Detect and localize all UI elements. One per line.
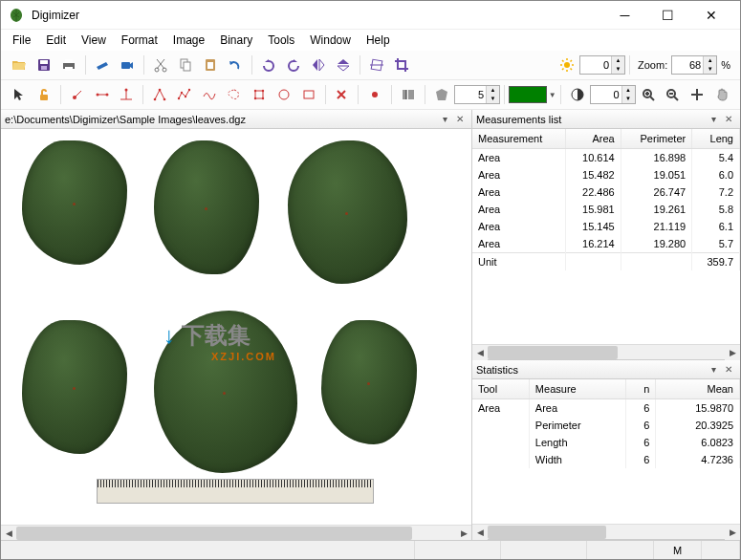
measurements-table: Measurement Area Perimeter Leng Area10.6… [472, 129, 740, 270]
menu-view[interactable]: View [74, 32, 114, 49]
statistics-menu-icon[interactable]: ▾ [706, 362, 721, 377]
menu-help[interactable]: Help [359, 32, 398, 49]
barcode-tool[interactable] [397, 83, 420, 106]
paste-button[interactable] [199, 54, 222, 76]
menu-binary[interactable]: Binary [212, 32, 260, 49]
scroll-right-icon[interactable]: ▶ [456, 526, 471, 541]
open-button[interactable] [8, 54, 31, 76]
menu-tools[interactable]: Tools [260, 32, 302, 49]
cut-button[interactable] [149, 54, 172, 76]
table-row[interactable]: Width64.7236 [472, 451, 740, 468]
rotate-ccw-button[interactable] [257, 54, 280, 76]
col-n[interactable]: n [625, 379, 656, 399]
image-panel-close-icon[interactable]: ✕ [452, 112, 468, 127]
circle-tool[interactable] [272, 83, 295, 106]
close-button[interactable]: ✕ [689, 1, 732, 30]
measurements-close-icon[interactable]: ✕ [721, 112, 736, 127]
col-mean[interactable]: Mean [656, 379, 740, 399]
copy-button[interactable] [174, 54, 197, 76]
image-hscrollbar[interactable]: ◀ ▶ [1, 525, 471, 540]
image-view[interactable]: ↓ 下载集XZJI.COM [1, 129, 471, 525]
straighten-button[interactable] [365, 54, 388, 76]
line-width-input[interactable] [455, 89, 486, 100]
rotate-cw-button[interactable] [282, 54, 305, 76]
zoom-out-button[interactable] [661, 83, 684, 106]
col-area[interactable]: Area [566, 129, 621, 149]
toolbar-tools: ▲▼ ▼ ▲▼ [1, 80, 740, 110]
arrow-tool[interactable] [8, 83, 31, 106]
svg-point-30 [254, 97, 256, 99]
measurements-hscrollbar[interactable]: ◀ ▶ [472, 344, 740, 359]
menu-format[interactable]: Format [114, 32, 165, 49]
brightness-input[interactable] [580, 59, 611, 71]
contrast-spinner[interactable]: ▲▼ [590, 85, 636, 104]
tag-icon[interactable] [430, 83, 453, 106]
status-cell-6 [702, 541, 740, 559]
menu-edit[interactable]: Edit [38, 32, 74, 49]
line-tool[interactable] [91, 83, 114, 106]
perpendicular-tool[interactable] [116, 83, 139, 106]
brightness-down[interactable]: ▼ [611, 65, 624, 74]
statistics-title: Statistics [476, 364, 706, 376]
table-row[interactable]: Area10.61416.8985.4 [472, 149, 740, 167]
freehand-tool[interactable] [198, 83, 221, 106]
statistics-close-icon[interactable]: ✕ [721, 362, 736, 377]
image-panel-menu-icon[interactable]: ▾ [437, 112, 452, 127]
svg-rect-1 [40, 60, 48, 64]
polygon-points-tool[interactable] [248, 83, 271, 106]
statistics-hscrollbar[interactable]: ◀ ▶ [472, 524, 740, 539]
undo-button[interactable] [224, 54, 247, 76]
unlock-icon[interactable] [33, 83, 55, 106]
point-tool[interactable] [66, 83, 89, 106]
table-row[interactable]: Area15.48219.0516.0 [472, 166, 740, 183]
save-button[interactable] [33, 54, 55, 76]
flip-vertical-button[interactable] [332, 54, 355, 76]
zoom-in-button[interactable] [637, 83, 660, 106]
table-row[interactable]: AreaArea615.9870 [472, 399, 740, 418]
closed-curve-tool[interactable] [223, 83, 246, 106]
table-row[interactable]: Area15.98119.2615.8 [472, 201, 740, 218]
menu-file[interactable]: File [5, 32, 38, 49]
menu-image[interactable]: Image [165, 32, 212, 49]
angle-tool[interactable] [148, 83, 171, 106]
fill-color-swatch[interactable] [509, 86, 547, 103]
pan-hand-button[interactable] [710, 83, 733, 106]
crop-button[interactable] [390, 54, 413, 76]
brightness-spinner[interactable]: ▲▼ [579, 55, 625, 75]
color-dropdown-arrow[interactable]: ▼ [549, 91, 556, 99]
svg-point-22 [163, 98, 166, 101]
measurements-menu-icon[interactable]: ▾ [706, 112, 721, 127]
window-title: Digimizer [32, 9, 603, 22]
zoom-fit-button[interactable] [686, 83, 708, 106]
scanner-button[interactable] [91, 54, 114, 76]
col-length[interactable]: Leng [692, 129, 740, 149]
col-tool[interactable]: Tool [472, 379, 529, 399]
zoom-spinner[interactable]: ▲▼ [671, 55, 717, 75]
camera-button[interactable] [116, 54, 139, 76]
line-width-spinner[interactable]: ▲▼ [454, 85, 500, 104]
table-row[interactable]: Area16.21419.2805.7 [472, 235, 740, 253]
delete-marker-tool[interactable] [331, 83, 354, 106]
col-measurement[interactable]: Measurement [472, 129, 566, 149]
rectangle-tool[interactable] [297, 83, 320, 106]
print-button[interactable] [57, 54, 80, 76]
col-perimeter[interactable]: Perimeter [621, 129, 692, 149]
table-row[interactable]: Area15.14521.1196.1 [472, 218, 740, 235]
flip-horizontal-button[interactable] [307, 54, 330, 76]
maximize-button[interactable]: ☐ [646, 1, 689, 30]
unit-row[interactable]: Unit359.7 [472, 253, 740, 271]
table-row[interactable]: Perimeter620.3925 [472, 417, 740, 434]
col-measure[interactable]: Measure [529, 379, 625, 399]
table-row[interactable]: Length66.0823 [472, 434, 740, 451]
menu-window[interactable]: Window [302, 32, 359, 49]
contrast-input[interactable] [591, 89, 621, 100]
marker-dot-tool[interactable] [363, 83, 386, 106]
zoom-down[interactable]: ▼ [703, 65, 716, 74]
zoom-input[interactable] [672, 59, 703, 71]
minimize-button[interactable]: ─ [603, 1, 646, 30]
scroll-left-icon[interactable]: ◀ [1, 526, 16, 541]
brightness-up[interactable]: ▲ [611, 56, 624, 65]
path-tool[interactable] [173, 83, 196, 106]
table-row[interactable]: Area22.48626.7477.2 [472, 183, 740, 201]
zoom-up[interactable]: ▲ [703, 56, 716, 65]
